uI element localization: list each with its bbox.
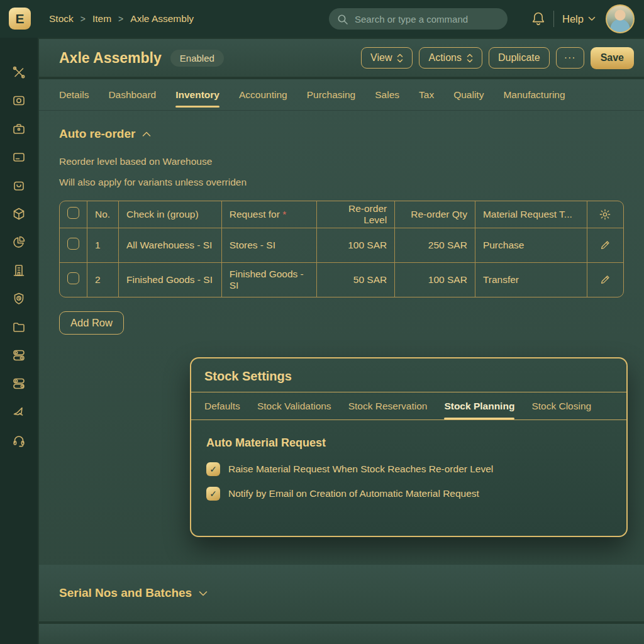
auto-reorder-section-toggle[interactable]: Auto re-order: [59, 127, 624, 141]
card-icon[interactable]: [11, 150, 26, 165]
cell-material-request-type[interactable]: Transfer: [475, 262, 587, 297]
cell-request-for[interactable]: Stores - SI: [221, 228, 317, 262]
stock-tab-reservation[interactable]: Stock Reservation: [348, 392, 428, 419]
package-icon[interactable]: [11, 206, 26, 221]
gear-icon[interactable]: [595, 208, 616, 221]
checkbox-checked-icon: ✓: [206, 487, 220, 501]
serial-nos-title: Serial Nos and Batches: [59, 586, 192, 600]
tab-tax[interactable]: Tax: [419, 79, 434, 111]
ellipsis-icon: ···: [564, 52, 576, 64]
camera-icon[interactable]: [11, 93, 26, 108]
tools-icon[interactable]: [11, 65, 26, 80]
add-row-button[interactable]: Add Row: [59, 311, 124, 335]
folder-icon[interactable]: [11, 319, 26, 335]
cell-reorder-qty[interactable]: 250 SAR: [395, 228, 475, 262]
tab-inventory[interactable]: Inventory: [175, 79, 219, 111]
row-checkbox[interactable]: [67, 272, 79, 284]
app-logo[interactable]: E: [9, 8, 31, 30]
serial-nos-section: Serial Nos and Batches: [39, 565, 644, 621]
search-input[interactable]: [353, 13, 499, 25]
serial-nos-section-toggle[interactable]: Serial Nos and Batches: [59, 586, 208, 600]
cell-no: 2: [87, 262, 119, 297]
stock-tab-planning[interactable]: Stock Planning: [444, 392, 514, 419]
cell-material-request-type[interactable]: Purchase: [475, 228, 587, 262]
building-icon[interactable]: [11, 263, 26, 278]
shopping-bag-icon[interactable]: [11, 178, 26, 193]
stock-tab-closing[interactable]: Stock Closing: [531, 392, 591, 419]
breadcrumb-stock[interactable]: Stock: [49, 13, 74, 25]
table-row: 1 All Warehouess - SI Stores - SI 100 SA…: [60, 228, 623, 262]
topbar: E Stock > Item > Axle Assembly Help: [0, 0, 644, 38]
breadcrumb-axle-assembly[interactable]: Axle Assembly: [130, 13, 194, 25]
search-icon: [337, 14, 348, 25]
stock-tab-validations[interactable]: Stock Validations: [257, 392, 331, 419]
column-header-no: No.: [87, 201, 119, 228]
chevron-up-icon: [142, 131, 151, 137]
duplicate-button[interactable]: Duplicate: [489, 47, 550, 69]
save-button[interactable]: Save: [591, 47, 634, 69]
tab-details[interactable]: Details: [59, 79, 89, 111]
global-search[interactable]: [329, 8, 508, 30]
headset-icon[interactable]: [11, 433, 26, 448]
stock-settings-dialog: Stock Settings Defaults Stock Validation…: [190, 357, 628, 537]
toggles-alt-icon[interactable]: [11, 376, 26, 391]
column-header-reorder-level: Re-order Level: [317, 201, 395, 228]
help-label: Help: [562, 13, 584, 25]
row-checkbox[interactable]: [67, 238, 79, 250]
shield-clock-icon[interactable]: [11, 291, 26, 306]
cell-check-in[interactable]: Finished Goods - SI: [118, 262, 221, 297]
actions-button-label: Actions: [428, 52, 461, 64]
stock-tab-defaults[interactable]: Defaults: [204, 392, 240, 419]
sidebar: [0, 38, 38, 644]
pie-chart-icon[interactable]: [11, 235, 26, 250]
cell-reorder-level[interactable]: 100 SAR: [317, 228, 395, 262]
stock-settings-title: Stock Settings: [191, 358, 626, 392]
tab-quality[interactable]: Quality: [453, 79, 484, 111]
cell-reorder-qty[interactable]: 100 SAR: [395, 262, 475, 297]
breadcrumb-separator: >: [80, 14, 86, 24]
table-header-row: No. Check in (group) Request for * Re-or…: [60, 201, 623, 228]
checkbox-label: Raise Material Request When Stock Reache…: [228, 464, 493, 475]
inventory-panel: Details Dashboard Inventory Accounting P…: [39, 79, 644, 597]
megaphone-icon[interactable]: [11, 404, 26, 419]
briefcase-icon[interactable]: [11, 121, 26, 136]
help-menu[interactable]: Help: [562, 0, 596, 38]
tab-dashboard[interactable]: Dashboard: [108, 79, 156, 111]
notifications-bell-icon[interactable]: [531, 11, 546, 27]
reorder-description-line2: Will also apply for variants unless over…: [59, 177, 624, 188]
toggles-icon[interactable]: [11, 348, 26, 363]
stock-settings-tab-bar: Defaults Stock Validations Stock Reserva…: [191, 392, 626, 420]
view-button[interactable]: View: [361, 47, 413, 69]
stock-planning-panel: Auto Material Request ✓ Raise Material R…: [191, 420, 626, 501]
tab-sales[interactable]: Sales: [375, 79, 399, 111]
table-row: 2 Finished Goods - SI Finished Goods - S…: [60, 262, 623, 297]
cell-request-for[interactable]: Finished Goods - SI: [221, 262, 317, 297]
tab-purchasing[interactable]: Purchasing: [307, 79, 356, 111]
breadcrumb-separator: >: [118, 14, 123, 24]
chevron-down-icon: [588, 16, 596, 21]
reorder-table: No. Check in (group) Request for * Re-or…: [59, 201, 624, 297]
edit-pencil-icon[interactable]: [595, 274, 616, 286]
cell-check-in[interactable]: All Warehouess - SI: [118, 228, 221, 262]
raise-material-request-checkbox[interactable]: ✓ Raise Material Request When Stock Reac…: [206, 462, 611, 476]
column-header-check-in: Check in (group): [118, 201, 221, 228]
save-button-label: Save: [601, 52, 624, 64]
breadcrumb-item[interactable]: Item: [92, 13, 111, 25]
tab-accounting[interactable]: Accounting: [239, 79, 287, 111]
user-avatar[interactable]: [606, 4, 635, 33]
reorder-description-line1: Reorder level based on Warehouse: [59, 156, 624, 167]
topbar-divider: [553, 11, 554, 27]
chevron-down-icon: [199, 591, 208, 596]
auto-material-request-heading: Auto Material Request: [206, 436, 611, 450]
required-marker: *: [282, 209, 286, 219]
select-all-checkbox[interactable]: [67, 207, 79, 219]
edit-pencil-icon[interactable]: [595, 239, 616, 251]
cell-reorder-level[interactable]: 50 SAR: [317, 262, 395, 297]
more-options-button[interactable]: ···: [556, 47, 584, 69]
next-section-strip: [39, 624, 644, 644]
column-header-material-request-type: Material Request T...: [475, 201, 587, 228]
tab-manufacturing[interactable]: Manufacturing: [503, 79, 565, 111]
cell-no: 1: [87, 228, 119, 262]
actions-button[interactable]: Actions: [419, 47, 482, 69]
notify-by-email-checkbox[interactable]: ✓ Notify by Email on Creation of Automat…: [206, 487, 611, 501]
